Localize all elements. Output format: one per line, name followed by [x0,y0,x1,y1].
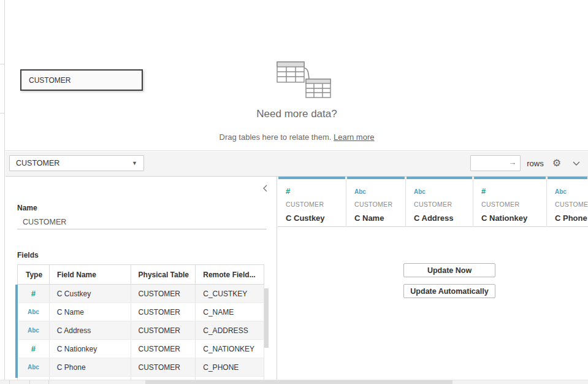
data-grid: # CUSTOMER C Custkey Abc CUSTOMER C Name… [278,177,588,384]
remote-field-cell: C_ADDRESS [196,321,264,339]
update-automatically-button[interactable]: Update Automatically [403,284,495,298]
empty-hint-text: Drag tables here to relate them. [220,132,332,142]
physical-table-cell: CUSTOMER [131,285,196,302]
table-select-dropdown[interactable]: CUSTOMER ▼ [9,155,144,171]
empty-state-hint: Drag tables here to relate them. Learn m… [6,132,588,142]
metadata-panel: Name Fields Type Field Name Physical Tab… [6,177,277,384]
field-name-cell: C Nationkey [50,340,131,358]
column-accent-bar [407,177,472,179]
table-row[interactable]: Abc C Phone CUSTOMER C_PHONE [17,358,264,377]
column-field-label: C Address [414,213,473,223]
scrollbar-tick [9,380,10,384]
number-type-icon: # [31,344,36,353]
column-table-label: CUSTOMER [354,201,405,208]
table-name-input[interactable] [17,215,267,229]
grid-column-c-phone[interactable]: Abc CUSTOMER C Phone [547,177,588,227]
column-accent-bar [278,177,345,179]
string-type-icon: Abc [414,188,426,195]
canvas-table-customer[interactable]: CUSTOMER [20,69,143,91]
scrollbar-tick [29,380,30,384]
number-type-icon: # [31,289,36,298]
row-selection-bar [15,285,18,378]
relationship-canvas[interactable]: CUSTOMER Need more d [6,0,588,151]
string-type-icon: Abc [28,327,39,334]
remote-field-cell: C_NATIONKEY [196,340,264,358]
chevron-down-icon[interactable] [572,161,581,166]
table-row[interactable]: # C Custkey CUSTOMER C_CUSTKEY [17,285,264,303]
remote-field-cell: C_NAME [196,303,264,321]
col-header-type[interactable]: Type [18,265,50,284]
update-now-button[interactable]: Update Now [403,263,495,277]
table-select-value: CUSTOMER [16,159,59,167]
field-name-cell: C Name [50,303,131,321]
field-name-cell: C Custkey [50,285,131,302]
fields-table-header: Type Field Name Physical Table Remote Fi… [17,264,264,285]
grid-toolbar: CUSTOMER ▼ → rows ⚙ [6,152,588,177]
string-type-icon: Abc [28,309,39,315]
column-table-label: CUSTOMER [481,201,546,208]
column-field-label: C Phone [555,213,588,223]
string-type-icon: Abc [555,188,567,195]
column-table-label: CUSTOMER [414,201,473,208]
column-accent-bar [474,177,546,179]
string-type-icon: Abc [354,188,366,195]
horizontal-scrollbar-thumb[interactable] [145,380,452,384]
apply-rows-arrow-icon[interactable]: → [508,158,516,167]
column-accent-bar [548,177,587,179]
grid-column-c-custkey[interactable]: # CUSTOMER C Custkey [278,177,346,227]
data-source-page: TPCD Connection Live Extract Filters 0 |… [0,0,588,384]
gear-icon[interactable]: ⚙ [552,158,561,168]
learn-more-link[interactable]: Learn more [334,132,374,142]
fields-table-scrollbar[interactable] [264,288,269,348]
table-row[interactable]: Abc C Address CUSTOMER C_ADDRESS [17,321,264,340]
number-type-icon: # [286,186,290,196]
rail-divider [0,113,5,113]
collapse-panel-icon[interactable] [262,184,268,195]
col-header-field-name[interactable]: Field Name [50,265,131,284]
grid-column-c-nationkey[interactable]: # CUSTOMER C Nationkey [473,177,547,227]
rail-divider [0,64,5,64]
column-accent-bar [347,177,405,179]
column-table-label: CUSTOMER [555,201,588,208]
left-rail[interactable] [0,0,5,384]
fields-label: Fields [17,251,39,259]
col-header-physical-table[interactable]: Physical Table [131,265,196,284]
grid-column-c-address[interactable]: Abc CUSTOMER C Address [406,177,473,227]
number-type-icon: # [481,186,486,196]
column-table-label: CUSTOMER [286,201,346,208]
tables-illustration-icon [268,58,332,101]
scrollbar-tick [48,380,49,384]
name-label: Name [17,204,37,212]
physical-table-cell: CUSTOMER [131,340,196,358]
field-name-cell: C Address [50,321,131,339]
horizontal-scrollbar[interactable] [0,380,588,384]
remote-field-cell: C_CUSTKEY [196,285,264,302]
column-field-label: C Nationkey [481,213,546,223]
col-header-remote-field[interactable]: Remote Field... [196,265,264,284]
dropdown-caret-icon: ▼ [132,160,137,166]
table-row[interactable]: Abc C Name CUSTOMER C_NAME [17,303,264,321]
grid-column-headers: # CUSTOMER C Custkey Abc CUSTOMER C Name… [278,177,588,227]
column-field-label: C Custkey [286,213,346,223]
string-type-icon: Abc [28,364,39,371]
physical-table-cell: CUSTOMER [131,358,196,376]
column-field-label: C Name [354,213,405,223]
physical-table-cell: CUSTOMER [131,321,196,339]
remote-field-cell: C_PHONE [196,358,264,376]
fields-table: Type Field Name Physical Table Remote Fi… [17,264,264,380]
table-row[interactable]: # C Nationkey CUSTOMER C_NATIONKEY [17,340,264,358]
grid-column-c-name[interactable]: Abc CUSTOMER C Name [346,177,406,227]
field-name-cell: C Phone [50,358,131,376]
physical-table-cell: CUSTOMER [131,303,196,321]
rows-label: rows [527,159,543,168]
empty-state-title: Need more data? [6,108,588,120]
